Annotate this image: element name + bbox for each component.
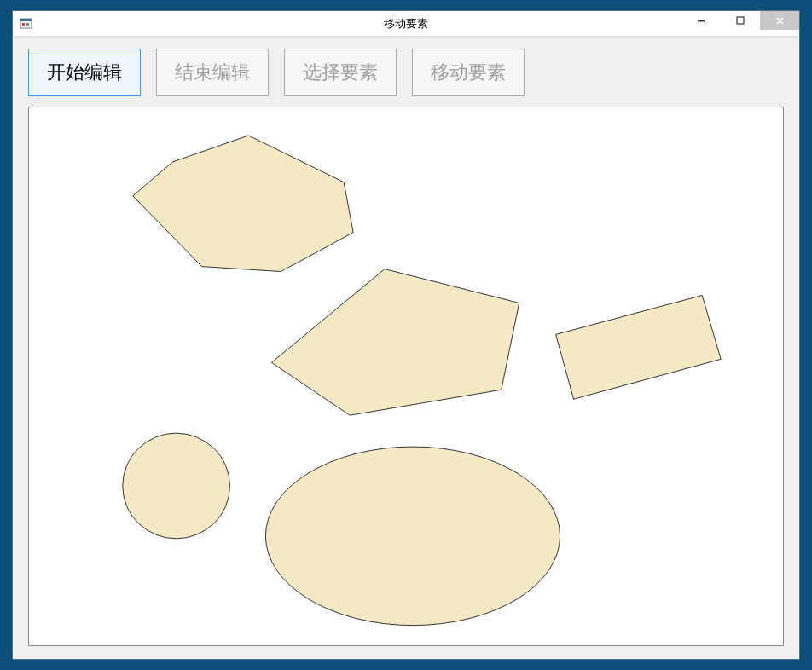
shapes-svg (29, 107, 783, 645)
close-button[interactable] (760, 11, 799, 30)
client-area: 开始编辑 结束编辑 选择要素 移动要素 (13, 37, 799, 659)
app-icon (20, 17, 33, 31)
svg-rect-1 (20, 19, 32, 21)
svg-rect-4 (698, 20, 705, 22)
app-window: 移动要素 开始编辑 结束编辑 选择要素 移动要素 (12, 10, 800, 660)
svg-rect-3 (26, 23, 29, 26)
ellipse-large[interactable] (265, 447, 560, 626)
toolbar: 开始编辑 结束编辑 选择要素 移动要素 (28, 49, 784, 96)
minimize-button[interactable] (682, 11, 721, 30)
select-feature-button[interactable]: 选择要素 (284, 49, 397, 96)
drawing-canvas[interactable] (28, 107, 784, 646)
svg-rect-5 (737, 17, 744, 24)
polygon-heptagon[interactable] (133, 136, 353, 272)
start-edit-button[interactable]: 开始编辑 (28, 49, 141, 96)
svg-rect-2 (22, 23, 25, 26)
polygon-rectangle[interactable] (556, 295, 722, 399)
move-feature-button[interactable]: 移动要素 (412, 49, 525, 96)
end-edit-button[interactable]: 结束编辑 (156, 49, 269, 96)
window-controls (682, 11, 799, 36)
titlebar[interactable]: 移动要素 (13, 11, 799, 37)
polygon-pentagon[interactable] (271, 269, 519, 416)
maximize-button[interactable] (721, 11, 760, 30)
circle-small[interactable] (123, 433, 230, 539)
